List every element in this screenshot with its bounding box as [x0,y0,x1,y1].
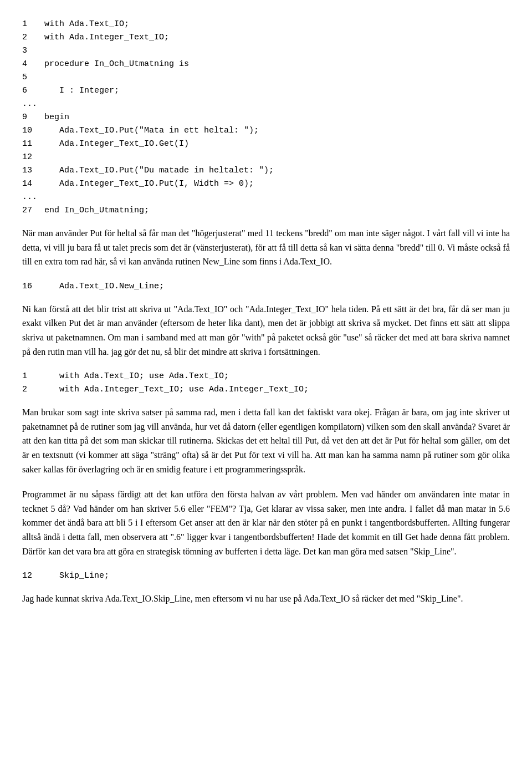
line-number: 9 [22,111,44,124]
line-code: Skip_Line; [44,569,109,583]
code-line: 13 Ada.Text_IO.Put("Du matade in heltale… [22,164,510,177]
code-line: 16 Ada.Text_IO.New_Line; [22,280,510,293]
code-line: 12 Skip_Line; [22,569,510,583]
line-code: with Ada.Integer_Text_IO; use Ada.Intege… [44,383,309,396]
line-code: I : Integer; [44,84,119,98]
line-number: 14 [22,177,44,191]
line-number: 16 [22,280,44,293]
line-number: 2 [22,31,44,44]
code-line: 1with Ada.Text_IO; [22,18,510,31]
line-code: Ada.Integer_Text_IO.Get(I) [44,138,189,151]
code-line: 2with Ada.Integer_Text_IO; [22,31,510,44]
line-code: with Ada.Text_IO; [44,18,129,31]
code-line: 11 Ada.Integer_Text_IO.Get(I) [22,138,510,151]
prose-3: Man brukar som sagt inte skriva satser p… [22,405,510,476]
line-number: ... [22,98,44,111]
code-block-4: 12 Skip_Line; [22,569,510,583]
code-line: 3 [22,44,510,58]
prose-1: När man använder Put för heltal så får m… [22,226,510,269]
code-block-1: 1with Ada.Text_IO;2with Ada.Integer_Text… [22,18,510,217]
line-number: 27 [22,204,44,217]
line-code: Ada.Text_IO.Put("Mata in ett heltal: "); [44,124,259,138]
code-line: 27end In_Och_Utmatning; [22,204,510,217]
code-block-2: 16 Ada.Text_IO.New_Line; [22,280,510,293]
code-line: 9begin [22,111,510,124]
line-number: 1 [22,18,44,31]
line-number: 4 [22,58,44,71]
code-line: 1 with Ada.Text_IO; use Ada.Text_IO; [22,370,510,383]
line-code: Ada.Text_IO.New_Line; [44,280,164,293]
line-number: 2 [22,383,44,396]
line-number: 12 [22,151,44,164]
line-code: with Ada.Text_IO; use Ada.Text_IO; [44,370,229,383]
line-code: begin [44,111,69,124]
line-code: Ada.Integer_Text_IO.Put(I, Width => 0); [44,177,254,191]
line-number: 1 [22,370,44,383]
code-line: 5 [22,71,510,84]
line-number: 3 [22,44,44,58]
code-line: 10 Ada.Text_IO.Put("Mata in ett heltal: … [22,124,510,138]
line-number: 6 [22,84,44,98]
prose-4: Programmet är nu såpass färdigt att det … [22,487,510,558]
code-line: 12 [22,151,510,164]
code-line: ... [22,98,510,111]
line-code: procedure In_Och_Utmatning is [44,58,189,71]
code-line: ... [22,191,510,204]
code-block-3: 1 with Ada.Text_IO; use Ada.Text_IO;2 wi… [22,370,510,396]
line-code: end In_Och_Utmatning; [44,204,149,217]
line-number: 5 [22,71,44,84]
line-number: 11 [22,138,44,151]
code-line: 4procedure In_Och_Utmatning is [22,58,510,71]
line-code: Ada.Text_IO.Put("Du matade in heltalet: … [44,164,274,177]
prose-5: Jag hade kunnat skriva Ada.Text_IO.Skip_… [22,592,510,606]
line-code: with Ada.Integer_Text_IO; [44,31,169,44]
line-number: 12 [22,569,44,583]
code-line: 6 I : Integer; [22,84,510,98]
code-line: 14 Ada.Integer_Text_IO.Put(I, Width => 0… [22,177,510,191]
line-number: 10 [22,124,44,138]
line-number: 13 [22,164,44,177]
prose-2: Ni kan förstå att det blir trist att skr… [22,302,510,359]
line-number: ... [22,191,44,204]
code-line: 2 with Ada.Integer_Text_IO; use Ada.Inte… [22,383,510,396]
